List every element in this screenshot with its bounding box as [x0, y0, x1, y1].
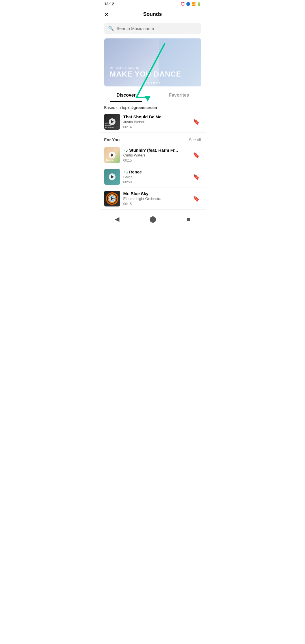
- bookmark-icon-mbs: 🔖: [193, 195, 200, 202]
- topic-track[interactable]: JUSTINBIEBERWORLD T2 That Should Be Me J…: [100, 111, 206, 133]
- for-you-section-header: For You See all: [100, 133, 206, 144]
- tabs: Discover Favorites: [100, 89, 206, 102]
- track-artist-mbs: Electric Light Orchestra: [123, 197, 188, 201]
- banner-image: [159, 38, 201, 86]
- header: ✕ Sounds: [100, 8, 206, 21]
- thumb-label-stunnin: Stunna: [106, 159, 114, 161]
- play-icon-renee: [111, 175, 114, 179]
- dot-5: [156, 82, 158, 84]
- note-icon-stunnin: ♪: [123, 148, 125, 153]
- track-duration-mbs: 00:15: [123, 202, 188, 206]
- track-item-mbs[interactable]: Mr. Blue Sky Electric Light Orchestra 00…: [100, 188, 206, 210]
- mbs-artwork: [105, 192, 119, 206]
- play-icon-stunnin: [111, 153, 114, 157]
- home-button[interactable]: ⬤: [149, 216, 156, 223]
- search-icon: 🔍: [108, 26, 114, 31]
- bookmark-icon-stunnin: 🔖: [193, 152, 200, 158]
- for-you-title: For You: [104, 137, 120, 142]
- track-title-jb: That Should Be Me: [123, 114, 188, 119]
- track-item-renee[interactable]: ♪♪ Renee Sales 00:58 🔖: [100, 166, 206, 188]
- thumb-label-jb: JUSTINBIEBERWORLD T2: [105, 122, 114, 129]
- banner-dots: [145, 82, 160, 84]
- track-thumbnail-renee: [104, 169, 120, 185]
- track-info-jb: That Should Be Me Justin Bieber 00:14: [123, 114, 188, 129]
- dot-4: [153, 82, 155, 84]
- bookmark-button-mbs[interactable]: 🔖: [192, 194, 201, 203]
- tab-favorites[interactable]: Favorites: [152, 89, 206, 102]
- topic-tag: #greenscreen: [131, 105, 157, 110]
- search-bar: 🔍: [104, 23, 201, 34]
- signal-icon: ⏰: [181, 2, 185, 6]
- dot-6: [159, 82, 160, 84]
- track-info-renee: ♪♪ Renee Sales 00:58: [123, 169, 188, 184]
- track-item-stunnin[interactable]: Stunna ♪♪ Stunnin' (feat. Harm Fr... Cur…: [100, 144, 206, 166]
- track-info-stunnin: ♪♪ Stunnin' (feat. Harm Fr... Curtis Wat…: [123, 148, 188, 162]
- battery-icon: 🔋: [197, 2, 201, 6]
- track-title-mbs: Mr. Blue Sky: [123, 191, 188, 196]
- track-thumbnail-mbs: [104, 191, 120, 206]
- bluetooth-icon: 🔵: [186, 2, 190, 6]
- banner-artist: Meghan Trainor: [110, 67, 181, 70]
- status-icons: ⏰ 🔵 📶 🔋: [181, 2, 201, 6]
- track-duration-stunnin: 00:15: [123, 158, 188, 162]
- see-all-button[interactable]: See all: [189, 138, 201, 142]
- play-button-renee[interactable]: [109, 173, 116, 180]
- track-title-renee: ♪♪ Renee: [123, 169, 188, 174]
- track-thumbnail-stunnin: Stunna: [104, 147, 120, 163]
- search-container: 🔍: [100, 21, 206, 36]
- svg-point-2: [108, 195, 116, 203]
- track-artist-jb: Justin Bieber: [123, 120, 188, 124]
- back-button[interactable]: ◀: [115, 216, 119, 223]
- track-title-stunnin: ♪♪ Stunnin' (feat. Harm Fr...: [123, 148, 188, 153]
- play-button-stunnin[interactable]: [109, 152, 116, 158]
- track-duration-renee: 00:58: [123, 180, 188, 184]
- bottom-nav: ◀ ⬤ ■: [100, 212, 206, 226]
- banner-content: Meghan Trainor MAKE YOU DANCE: [110, 67, 181, 79]
- svg-point-3: [110, 196, 114, 201]
- page-title: Sounds: [143, 11, 162, 17]
- bookmark-button-renee[interactable]: 🔖: [192, 172, 201, 181]
- stop-button[interactable]: ■: [187, 216, 190, 223]
- search-input[interactable]: [117, 26, 197, 31]
- bookmark-icon-renee: 🔖: [193, 174, 200, 180]
- track-artist-stunnin: Curtis Waters: [123, 153, 188, 157]
- bookmark-button-jb[interactable]: 🔖: [192, 117, 201, 126]
- dot-2: [147, 82, 149, 84]
- status-time: 13:12: [104, 2, 114, 6]
- tab-discover[interactable]: Discover: [100, 89, 153, 102]
- track-info-mbs: Mr. Blue Sky Electric Light Orchestra 00…: [123, 191, 188, 206]
- track-artist-renee: Sales: [123, 175, 188, 179]
- dot-3: [150, 82, 152, 84]
- dot-1: [145, 82, 146, 84]
- bookmark-icon-jb: 🔖: [193, 119, 200, 125]
- track-duration-jb: 00:14: [123, 125, 188, 129]
- banner[interactable]: Meghan Trainor MAKE YOU DANCE: [104, 38, 201, 86]
- bookmark-button-stunnin[interactable]: 🔖: [192, 151, 201, 160]
- track-thumbnail-jb: JUSTINBIEBERWORLD T2: [104, 114, 120, 130]
- based-on-topic: Based on topic #greenscreen: [100, 102, 206, 111]
- wifi-icon: 📶: [191, 2, 196, 6]
- close-button[interactable]: ✕: [104, 11, 109, 18]
- note-icon-renee: ♪: [123, 170, 125, 174]
- banner-title: MAKE YOU DANCE: [110, 70, 181, 79]
- status-bar: 13:12 ⏰ 🔵 📶 🔋: [100, 0, 206, 8]
